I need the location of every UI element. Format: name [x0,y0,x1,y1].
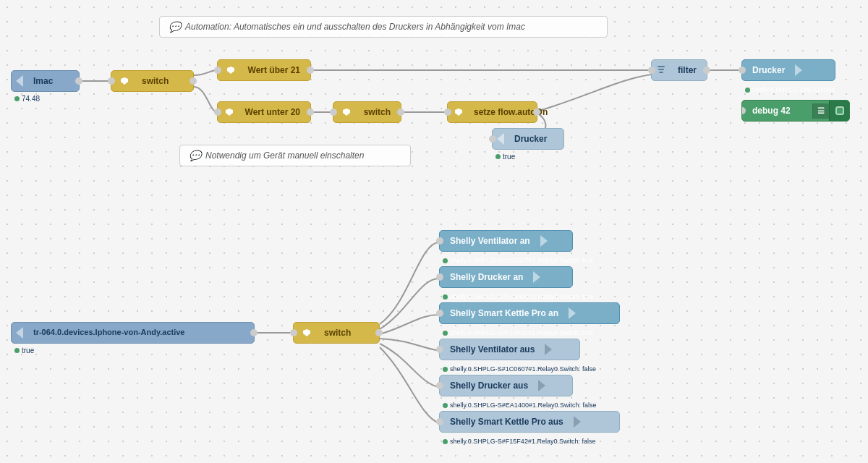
comment-automation: 💬 Automation: Automatisches ein und auss… [159,16,608,38]
svg-rect-1 [658,69,664,70]
comment-manual: 💬 Notwendig um Gerät manuell einschalten [179,145,411,166]
drucker-out-status: shelly.0.SHPLG-S#EA1400# [745,86,835,93]
wert-unter-node[interactable]: Wert unter 20 [217,101,311,123]
shelly-kettle-aus-arrow [574,416,581,428]
switch2-port-left [330,109,337,116]
filter-icon [657,65,665,75]
drucker-out-node[interactable]: Drucker shelly.0.SHPLG-S#EA1400# [741,59,835,81]
tr-input-node[interactable]: tr-064.0.devices.Iphone-von-Andy.active … [11,322,255,344]
shelly-drucker-aus-port-left [436,382,443,389]
shelly-drucker-an-status: shelly.0.SHPLG-S#EA1400#1.Relay0.Switch:… [443,293,594,300]
shelly-vent-an-port-left [436,237,443,245]
switch1-port-left [108,77,115,85]
shelly-drucker-aus-node[interactable]: Shelly Drucker aus shelly.0.SHPLG-S#EA14… [439,375,573,396]
shelly-kettle-an-port-left [436,310,443,317]
shelly-drucker-an-node[interactable]: Shelly Drucker an shelly.0.SHPLG-S#EA140… [439,266,573,288]
filter-port-right [703,67,710,74]
wert-ueber-node[interactable]: Wert über 21 [217,59,311,81]
switch3-port-left [290,329,297,336]
switch1-port-right [190,77,197,85]
shelly-vent-an-node[interactable]: Shelly Ventilator an shelly.0.SHPLG-S#1C… [439,230,573,252]
svg-rect-3 [836,107,843,114]
shelly-kettle-aus-node[interactable]: Shelly Smart Kettle Pro aus shelly.0.SHP… [439,411,620,433]
wert-unter-port-left [214,109,221,116]
drucker-out-arrow [795,64,802,76]
drucker-inner-arrow [497,133,504,145]
wert-ueber-icon [226,65,236,75]
switch3-port-right [375,329,383,336]
wert-unter-icon [224,107,234,117]
drucker-inner-status: true [495,153,515,161]
imac-arrow [16,75,23,87]
setze-flow-port-left [444,109,451,116]
debug42-toggle-btn[interactable] [829,101,849,121]
comment-icon: 💬 [169,21,181,33]
svg-rect-2 [659,72,663,73]
switch2-icon [341,107,352,117]
setze-flow-port-right [533,109,540,116]
wert-ueber-port-left [214,67,221,74]
debug42-menu-btn[interactable]: ☰ [812,103,829,119]
shelly-drucker-an-port-left [436,273,443,281]
tr-input-arrow [16,327,23,339]
shelly-vent-an-status: shelly.0.SHPLG-S#1C0607#1.Relay0.Switch:… [443,257,593,264]
svg-rect-0 [658,66,665,67]
shelly-vent-an-arrow [540,235,548,247]
switch3-node[interactable]: switch [293,322,380,344]
shelly-kettle-an-status: shelly.0.SHPLG-S#F15F42#1.Relay0.Switch:… [443,329,593,336]
shelly-vent-aus-arrow [545,344,552,355]
switch2-port-right [397,109,404,116]
setze-flow-node[interactable]: setze flow.autoOn [447,101,537,123]
imac-status: 74.48 [14,95,40,103]
tr-input-status: true [14,347,34,354]
switch1-node[interactable]: switch [111,70,194,92]
shelly-vent-aus-port-left [436,346,443,353]
switch3-icon [302,328,312,338]
filter-port-left [648,67,655,74]
debug42-toggle-icon [835,106,845,116]
shelly-drucker-an-arrow [533,271,540,283]
filter-node[interactable]: filter [651,59,707,81]
shelly-drucker-aus-arrow [538,380,545,391]
switch1-icon [119,76,129,86]
shelly-kettle-aus-status: shelly.0.SHPLG-S#F15F42#1.Relay0.Switch:… [443,438,595,445]
setze-flow-icon [454,107,464,117]
debug42-node[interactable]: debug 42 ☰ [741,100,850,122]
shelly-vent-aus-status: shelly.0.SHPLG-S#1C0607#1.Relay0.Switch:… [443,365,596,373]
wert-ueber-port-right [307,67,314,74]
switch2-node[interactable]: switch [333,101,401,123]
imac-node[interactable]: Imac 74.48 [11,70,80,92]
drucker-inner-port-left [489,135,496,143]
shelly-kettle-aus-port-left [436,418,443,425]
imac-port-right [75,77,82,85]
shelly-kettle-an-node[interactable]: Shelly Smart Kettle Pro an shelly.0.SHPL… [439,302,620,324]
drucker-out-port-left [739,67,746,74]
shelly-vent-aus-node[interactable]: Shelly Ventilator aus shelly.0.SHPLG-S#1… [439,339,580,360]
wert-unter-port-right [307,109,314,116]
shelly-kettle-an-arrow [569,307,576,319]
shelly-drucker-aus-status: shelly.0.SHPLG-S#EA1400#1.Relay0.Switch:… [443,402,596,409]
drucker-inner-node[interactable]: Drucker true [492,128,564,150]
comment-icon-2: 💬 [189,150,201,161]
tr-input-port-right [250,329,258,336]
